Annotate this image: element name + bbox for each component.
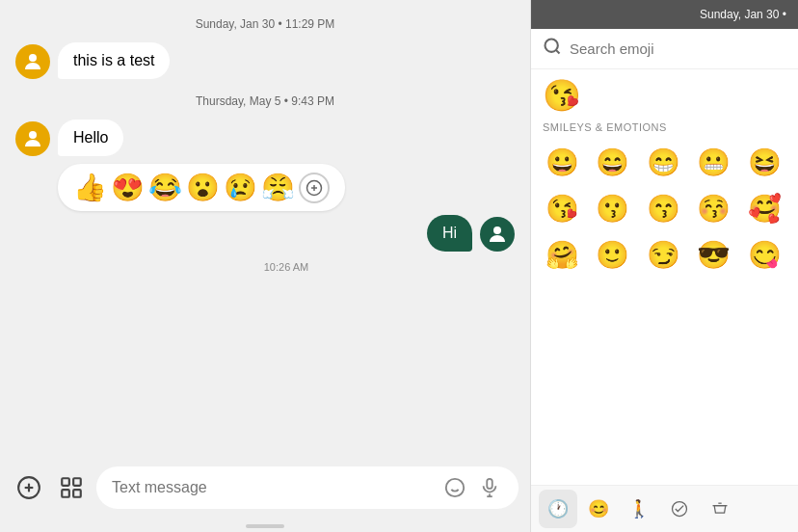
svg-point-1: [29, 131, 37, 139]
svg-rect-16: [487, 479, 492, 489]
reaction-5[interactable]: 😢: [224, 172, 257, 203]
text-input-wrapper[interactable]: [96, 466, 519, 509]
avatar-3: [480, 217, 515, 252]
message-row-1: this is a test: [15, 42, 515, 79]
emoji-grid-row1: 😀 😄 😁 😬 😆: [531, 139, 798, 185]
emoji-search-bar[interactable]: [531, 29, 798, 69]
svg-line-20: [556, 50, 560, 54]
emoji-categories: 🕐 😊 🚶: [531, 485, 798, 532]
date-divider-2: Thursday, May 5 • 9:43 PM: [15, 94, 515, 108]
add-button[interactable]: [12, 470, 46, 505]
search-icon: [543, 37, 562, 61]
reaction-6[interactable]: 😤: [261, 172, 295, 203]
reaction-2[interactable]: 😍: [111, 172, 145, 203]
category-people[interactable]: 🚶: [620, 490, 658, 528]
emoji-panel-date: Sunday, Jan 30 •: [700, 8, 786, 21]
add-reaction-button[interactable]: [299, 173, 330, 203]
category-smileys[interactable]: 😊: [579, 490, 618, 528]
emoji-😆[interactable]: 😆: [741, 139, 787, 185]
text-input[interactable]: [112, 479, 434, 496]
avatar-2: [15, 121, 50, 156]
category-objects[interactable]: [701, 490, 739, 528]
svg-rect-9: [62, 478, 69, 486]
category-activities[interactable]: [660, 490, 699, 528]
scroll-indicator: [246, 524, 284, 528]
emoji-reactions: 👍 😍 😂 😮 😢 😤: [58, 164, 345, 211]
chat-input-area: [0, 459, 530, 524]
emoji-grid-row2: 😘 😗 😙 😚 🥰: [531, 185, 798, 231]
recent-emoji: 😘: [531, 69, 798, 118]
message-row-3: Hi: [15, 215, 515, 252]
svg-point-5: [493, 226, 501, 234]
emoji-🙂[interactable]: 🙂: [590, 231, 636, 278]
chat-messages: Sunday, Jan 30 • 11:29 PM this is a test…: [0, 0, 530, 459]
emoji-😎[interactable]: 😎: [691, 231, 737, 278]
emoji-search-input[interactable]: [570, 40, 786, 57]
emoji-🤗[interactable]: 🤗: [539, 231, 585, 278]
chat-panel: Sunday, Jan 30 • 11:29 PM this is a test…: [0, 0, 530, 532]
emoji-😙[interactable]: 😙: [640, 185, 686, 231]
emoji-😬[interactable]: 😬: [691, 139, 737, 185]
message-row-2: Hello: [15, 120, 515, 156]
emoji-grid-row3: 🤗 🙂 😏 😎 😋: [531, 231, 798, 278]
avatar-1: [15, 44, 50, 79]
emoji-😘[interactable]: 😘: [539, 185, 585, 231]
bubble-3: Hi: [427, 215, 472, 252]
message-time-3: 10:26 AM: [58, 261, 515, 273]
emoji-😀[interactable]: 😀: [539, 139, 585, 185]
emoji-😊[interactable]: 🥰: [741, 185, 787, 231]
emoji-😏[interactable]: 😏: [640, 231, 686, 278]
emoji-😚[interactable]: 😚: [691, 185, 737, 231]
mic-button[interactable]: [476, 474, 503, 501]
category-recent[interactable]: 🕐: [539, 490, 577, 528]
date-divider-1: Sunday, Jan 30 • 11:29 PM: [15, 17, 515, 31]
bubble-2: Hello: [58, 120, 123, 156]
emoji-😄[interactable]: 😄: [590, 139, 636, 185]
emoji-button[interactable]: [441, 474, 468, 501]
emoji-😁[interactable]: 😁: [640, 139, 686, 185]
reaction-3[interactable]: 😂: [148, 172, 182, 203]
reaction-4[interactable]: 😮: [186, 172, 220, 203]
svg-rect-12: [73, 490, 81, 497]
emoji-panel: Sunday, Jan 30 • 😘 SMILEYS & EMOTIONS 😀 …: [530, 0, 798, 532]
svg-point-19: [545, 40, 558, 52]
svg-point-0: [29, 54, 37, 62]
attachment-button[interactable]: [54, 470, 89, 505]
emoji-😗[interactable]: 😗: [590, 185, 636, 231]
svg-rect-11: [62, 490, 69, 497]
emoji-😋[interactable]: 😋: [741, 231, 787, 278]
emoji-section-label: SMILEYS & EMOTIONS: [531, 118, 798, 139]
emoji-panel-header: Sunday, Jan 30 •: [531, 0, 798, 29]
bubble-1: this is a test: [58, 42, 170, 79]
svg-point-13: [446, 479, 464, 496]
reaction-1[interactable]: 👍: [73, 172, 107, 203]
svg-rect-10: [73, 478, 81, 486]
